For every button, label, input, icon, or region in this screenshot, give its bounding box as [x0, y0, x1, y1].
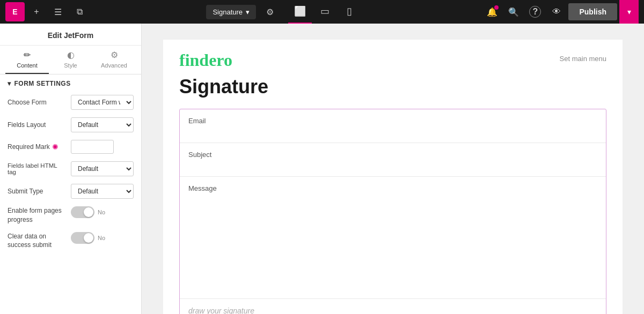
- content-tab-icon: ✏: [24, 50, 31, 60]
- topbar-left: E + ☰ ⧉: [0, 2, 94, 21]
- required-mark-input[interactable]: [71, 140, 114, 154]
- fields-label-tag-row: Fields label HTML tag Default: [8, 161, 134, 176]
- page-content: findero Set main menu Signature Email Su…: [163, 40, 623, 314]
- required-mark-label: Required Mark ✺: [8, 143, 67, 151]
- choose-form-select[interactable]: Contact Form with: [71, 95, 134, 110]
- collapse-icon: ▾: [8, 80, 11, 87]
- elementor-logo-btn[interactable]: E: [5, 2, 25, 21]
- required-mark-row: Required Mark ✺: [8, 140, 134, 154]
- submit-type-control: Default: [71, 184, 134, 199]
- tablet-view-btn[interactable]: ▭: [313, 0, 336, 24]
- layers-btn[interactable]: ⧉: [70, 2, 89, 21]
- settings-icon: ⚙: [266, 7, 274, 17]
- notifications-btn[interactable]: 🔔: [482, 2, 502, 21]
- search-icon: 🔍: [508, 7, 519, 17]
- topbar-expand-btn[interactable]: ▾: [619, 0, 639, 24]
- signature-placeholder: draw your signature: [188, 306, 254, 314]
- toggle-knob-clear: [84, 233, 93, 243]
- sidebar-header: Edit JetForm: [0, 24, 141, 46]
- clear-data-label: Clear data on success submit: [8, 232, 67, 250]
- topbar-center: Signature ▾ ⚙ ⬜ ▭ ▯: [94, 0, 477, 24]
- toggle-knob: [84, 207, 93, 217]
- desktop-icon: ⬜: [294, 5, 306, 17]
- fields-layout-select[interactable]: Default: [71, 117, 134, 132]
- subject-label: Subject: [188, 151, 597, 159]
- submit-type-select[interactable]: Default: [71, 184, 134, 199]
- search-btn[interactable]: 🔍: [504, 2, 523, 21]
- tablet-icon: ▭: [320, 5, 330, 17]
- sidebar: Edit JetForm ✏ Content ◐ Style ⚙ Advance…: [0, 24, 142, 314]
- style-tab-icon: ◐: [67, 50, 75, 60]
- fields-label-tag-label: Fields label HTML tag: [8, 162, 67, 175]
- page-title: Signature: [179, 76, 606, 98]
- subject-field: Subject: [180, 143, 606, 177]
- choose-form-label: Choose Form: [8, 99, 67, 106]
- publish-button[interactable]: Publish: [568, 3, 617, 20]
- email-label: Email: [188, 117, 597, 125]
- submit-type-label: Submit Type: [8, 188, 67, 195]
- topbar-right: 🔔 🔍 ? 👁 Publish ▾: [477, 0, 644, 24]
- tab-style[interactable]: ◐ Style: [49, 46, 92, 74]
- sidebar-tabs: ✏ Content ◐ Style ⚙ Advanced: [0, 46, 141, 74]
- form-settings-section: ▾ Form Settings Choose Form Contact Form…: [0, 74, 141, 263]
- clear-data-toggle[interactable]: [71, 232, 94, 244]
- form-pages-control: No: [71, 206, 134, 218]
- fields-layout-row: Fields Layout Default: [8, 117, 134, 132]
- help-btn[interactable]: ?: [525, 2, 545, 21]
- sidebar-collapse-handle[interactable]: ‹: [141, 160, 142, 177]
- choose-form-row: Choose Form Contact Form with: [8, 95, 134, 110]
- mobile-view-btn[interactable]: ▯: [338, 0, 361, 24]
- view-mode-buttons: ⬜ ▭ ▯: [288, 0, 361, 24]
- section-title: ▾ Form Settings: [8, 80, 134, 87]
- eye-icon: 👁: [552, 7, 561, 17]
- desktop-view-btn[interactable]: ⬜: [288, 0, 312, 24]
- preview-btn[interactable]: 👁: [547, 2, 566, 21]
- fields-layout-label: Fields Layout: [8, 121, 67, 129]
- chevron-down-icon: ▾: [246, 8, 250, 16]
- main-layout: Edit JetForm ✏ Content ◐ Style ⚙ Advance…: [0, 24, 644, 314]
- clear-data-control: No: [71, 232, 134, 244]
- form-pages-toggle[interactable]: [71, 206, 94, 218]
- notification-badge: [494, 5, 499, 10]
- choose-form-control: Contact Form with: [71, 95, 134, 110]
- email-input[interactable]: [188, 127, 597, 135]
- submit-type-row: Submit Type Default: [8, 184, 134, 199]
- required-mark-control: [71, 140, 134, 154]
- add-element-btn[interactable]: +: [27, 2, 46, 21]
- advanced-tab-icon: ⚙: [111, 50, 118, 60]
- tab-content[interactable]: ✏ Content: [5, 46, 49, 74]
- fields-label-tag-control: Default: [71, 161, 134, 176]
- fields-layout-control: Default: [71, 117, 134, 132]
- message-field: Message ⌟: [180, 177, 606, 299]
- page-settings-btn[interactable]: ⚙: [260, 2, 280, 21]
- email-field: Email: [180, 109, 606, 143]
- fields-label-tag-select[interactable]: Default: [71, 161, 134, 176]
- finder-btn[interactable]: ☰: [48, 2, 68, 21]
- jet-form-container: Email Subject Message ⌟ draw your signat…: [179, 109, 606, 314]
- message-textarea[interactable]: [188, 195, 597, 291]
- signature-dropdown[interactable]: Signature ▾: [206, 5, 256, 19]
- set-main-menu-link[interactable]: Set main menu: [560, 55, 606, 63]
- form-pages-toggle-label: No: [98, 209, 105, 215]
- signature-field: draw your signature: [180, 299, 606, 314]
- form-pages-row: Enable form pages progress No: [8, 206, 134, 225]
- chevron-down-icon: ▾: [627, 8, 631, 16]
- clear-data-toggle-label: No: [98, 235, 105, 241]
- form-pages-label: Enable form pages progress: [8, 206, 67, 225]
- canvas-area[interactable]: findero Set main menu Signature Email Su…: [142, 24, 644, 314]
- clear-data-row: Clear data on success submit No: [8, 232, 134, 250]
- mobile-icon: ▯: [347, 5, 352, 17]
- help-icon: ?: [529, 6, 541, 18]
- message-label: Message: [188, 184, 597, 192]
- asterisk-icon: ✺: [52, 143, 58, 151]
- site-logo: findero: [179, 50, 232, 70]
- subject-input[interactable]: [188, 161, 597, 169]
- topbar: E + ☰ ⧉ Signature ▾ ⚙ ⬜ ▭ ▯: [0, 0, 644, 24]
- tab-advanced[interactable]: ⚙ Advanced: [92, 46, 136, 74]
